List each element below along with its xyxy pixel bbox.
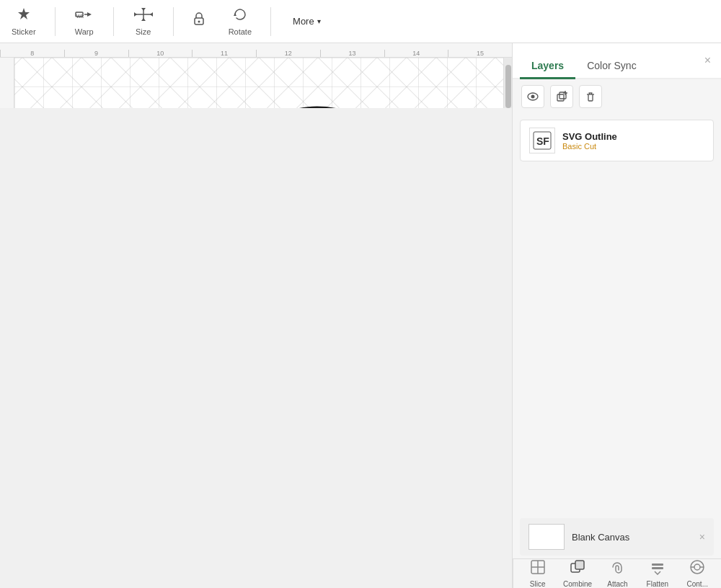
layer-item-info: SVG Outline Basic Cut [562,131,617,151]
layer-title: SVG Outline [562,131,617,142]
slice-icon [530,559,546,579]
flatten-button[interactable]: Flatten [642,559,673,588]
ruler-marks: 8 9 10 11 12 13 14 15 [0,43,512,57]
svg-rect-31 [652,567,663,569]
size-label: Size [136,27,151,36]
layer-icons-bar [513,79,721,114]
toolbar: Sticker Wk Warp Size [0,0,721,43]
layer-thumbnail: SF [529,128,555,153]
svg-marker-8 [150,12,153,17]
blank-canvas-thumbnail [528,524,565,550]
ruler-mark-11: 11 [192,50,256,57]
combine-icon [570,559,585,579]
lock-tool[interactable] [188,8,210,35]
rotate-icon [232,6,248,26]
size-tool[interactable]: Size [128,4,159,39]
slice-label: Slice [530,580,546,588]
canvas-grid[interactable] [14,58,503,108]
ruler-mark-10: 10 [128,50,193,57]
svg-marker-7 [134,12,137,17]
ruler-mark-14: 14 [384,50,448,57]
ruler-mark-15: 15 [448,50,512,57]
warp-label: Warp [75,27,94,36]
svg-marker-10 [141,18,146,21]
more-label: More [293,16,314,27]
svg-marker-0 [18,8,30,19]
lock-icon [193,11,205,30]
separator-3 [173,7,174,36]
combine-label: Combine [563,580,592,588]
panel-tabs: Layers Color Sync × [513,43,721,79]
svg-marker-13 [234,13,236,16]
sticker-tool[interactable]: Sticker [7,4,40,39]
rotate-label: Rotate [229,27,252,36]
cont-icon [689,559,705,579]
panel-spacer [513,167,721,515]
visibility-button[interactable] [521,85,544,108]
flatten-label: Flatten [647,580,669,588]
svg-rect-16 [557,94,564,101]
cont-button[interactable]: Cont... [681,559,713,588]
separator-4 [270,7,271,36]
combine-button[interactable]: Combine [562,559,593,588]
svg-rect-29 [575,561,584,569]
ruler-top: 8 9 10 11 12 13 14 15 [0,43,512,58]
right-panel: Layers Color Sync × [512,43,721,588]
canvas-area: 8 9 10 11 12 13 14 15 [0,43,512,588]
cont-label: Cont... [687,580,708,588]
svg-text:SF: SF [536,135,549,147]
svg-point-12 [198,21,200,23]
svg-rect-30 [652,564,663,566]
more-chevron-icon: ▾ [317,17,321,25]
warp-tool[interactable]: Wk Warp [70,4,99,39]
svg-marker-4 [87,12,92,17]
svg-marker-9 [141,8,146,11]
svg-point-33 [694,564,700,570]
sf-logo [58,72,454,108]
ruler-mark-12: 12 [256,50,320,57]
panel-close-button[interactable]: × [702,48,714,73]
scrollbar-right[interactable] [503,58,512,108]
ruler-mark-9: 9 [64,50,128,57]
sticker-icon [16,6,32,26]
separator-1 [55,7,56,36]
more-button[interactable]: More ▾ [286,13,328,30]
ruler-left [0,58,14,108]
panel-bottom-bar: Slice Combine Attach [513,558,721,588]
rotate-tool[interactable]: Rotate [224,4,256,39]
blank-canvas-item[interactable]: Blank Canvas × [520,518,714,556]
main-area: 8 9 10 11 12 13 14 15 [0,43,721,588]
tab-layers[interactable]: Layers [520,54,575,79]
flatten-icon [650,559,665,579]
attach-icon [609,559,625,579]
blank-canvas-close-button[interactable]: × [699,531,705,543]
ruler-mark-8: 8 [0,50,64,57]
svg-point-15 [531,95,535,99]
sticker-label: Sticker [12,27,36,36]
add-layer-button[interactable] [550,85,573,108]
separator-2 [113,7,114,36]
svg-text:Wk: Wk [76,14,84,19]
canvas-with-ruler [0,58,512,108]
delete-layer-button[interactable] [579,85,602,108]
scrollbar-thumb[interactable] [505,65,511,108]
attach-label: Attach [607,580,627,588]
warp-icon: Wk [74,6,94,26]
layer-subtitle: Basic Cut [562,142,617,151]
ruler-mark-13: 13 [320,50,384,57]
attach-button[interactable]: Attach [601,559,633,588]
layer-item-svg-outline[interactable]: SF SVG Outline Basic Cut [520,120,714,161]
blank-canvas-label: Blank Canvas [572,532,629,543]
slice-button[interactable]: Slice [522,559,554,588]
tab-color-sync[interactable]: Color Sync [575,54,647,79]
size-icon [133,6,154,26]
